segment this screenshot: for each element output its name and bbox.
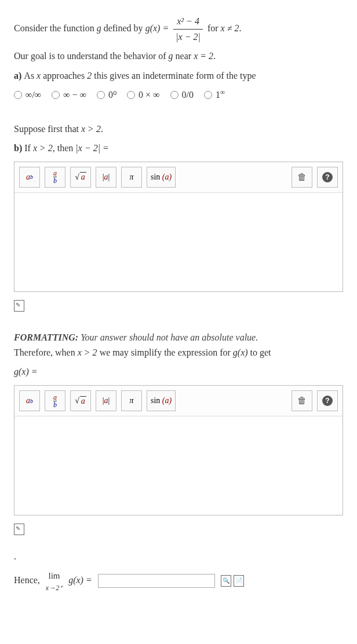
choice-zero-times-inf[interactable]: 0 × ∞ xyxy=(127,89,159,100)
editor-gx: ab ab √a |a| π sin (a) 🗑 ? xyxy=(14,385,343,515)
tool-sqrt[interactable]: √a xyxy=(70,390,91,411)
hence-limit: Hence, lim x→2⁺ g(x) = 🔍 📄 xyxy=(14,569,343,594)
tool-abs[interactable]: |a| xyxy=(96,167,116,188)
tool-help[interactable]: ? xyxy=(317,167,338,188)
tool-clear[interactable]: 🗑 xyxy=(292,167,312,188)
editor-input-area[interactable] xyxy=(14,193,343,291)
limit-answer-input[interactable] xyxy=(98,574,215,588)
tool-abs[interactable]: |a| xyxy=(96,390,116,411)
tool-clear[interactable]: 🗑 xyxy=(292,390,312,411)
trash-icon: 🗑 xyxy=(297,396,307,406)
preview-icon[interactable] xyxy=(14,300,24,312)
choice-inf-minus-inf[interactable]: ∞ − ∞ xyxy=(52,89,86,100)
suppose-text: Suppose first that x > 2. xyxy=(14,122,343,137)
trash-icon: 🗑 xyxy=(297,172,307,182)
gx-equals: g(x) = xyxy=(14,364,343,379)
help-icon: ? xyxy=(322,172,333,182)
help-icon: ? xyxy=(322,396,333,406)
part-a-prompt: a) As x approaches 2 this gives an indet… xyxy=(14,68,343,83)
preview-answer-icon[interactable]: 🔍 xyxy=(221,575,231,587)
goal-text: Our goal is to understand the behavior o… xyxy=(14,49,343,64)
tool-help[interactable]: ? xyxy=(317,390,338,411)
intro-text: Consider the function g defined by g(x) … xyxy=(14,14,343,44)
editor-toolbar-2: ab ab √a |a| π sin (a) 🗑 ? xyxy=(14,386,343,416)
tool-sqrt[interactable]: √a xyxy=(70,167,91,188)
tool-power[interactable]: ab xyxy=(19,390,40,411)
period: . xyxy=(14,549,343,564)
indeterminate-choices: ∞/∞ ∞ − ∞ 0⁰ 0 × ∞ 0/0 1∞ xyxy=(14,89,343,100)
editor-input-area-2[interactable] xyxy=(14,416,343,515)
tool-pi[interactable]: π xyxy=(121,167,142,188)
tool-fraction[interactable]: ab xyxy=(45,390,65,411)
doc-icon[interactable]: 📄 xyxy=(234,575,244,587)
formatting-note: FORMATTING: Your answer should not have … xyxy=(14,332,343,343)
editor-part-b: ab ab √a |a| π sin (a) 🗑 ? xyxy=(14,162,343,292)
therefore-text: Therefore, when x > 2 we may simplify th… xyxy=(14,345,343,360)
part-b-prompt: b) If x > 2, then |x − 2| = xyxy=(14,141,343,156)
choice-inf-over-inf[interactable]: ∞/∞ xyxy=(14,89,41,100)
tool-sin[interactable]: sin (a) xyxy=(147,167,176,188)
tool-fraction[interactable]: ab xyxy=(45,167,65,188)
choice-one-pow-inf[interactable]: 1∞ xyxy=(204,89,225,100)
choice-zero-pow-zero[interactable]: 0⁰ xyxy=(97,89,116,100)
choice-zero-over-zero[interactable]: 0/0 xyxy=(170,89,194,100)
tool-pi[interactable]: π xyxy=(121,390,142,411)
tool-power[interactable]: ab xyxy=(19,167,40,188)
tool-sin[interactable]: sin (a) xyxy=(147,390,176,411)
preview-icon-2[interactable] xyxy=(14,524,24,535)
editor-toolbar: ab ab √a |a| π sin (a) 🗑 ? xyxy=(14,162,343,193)
